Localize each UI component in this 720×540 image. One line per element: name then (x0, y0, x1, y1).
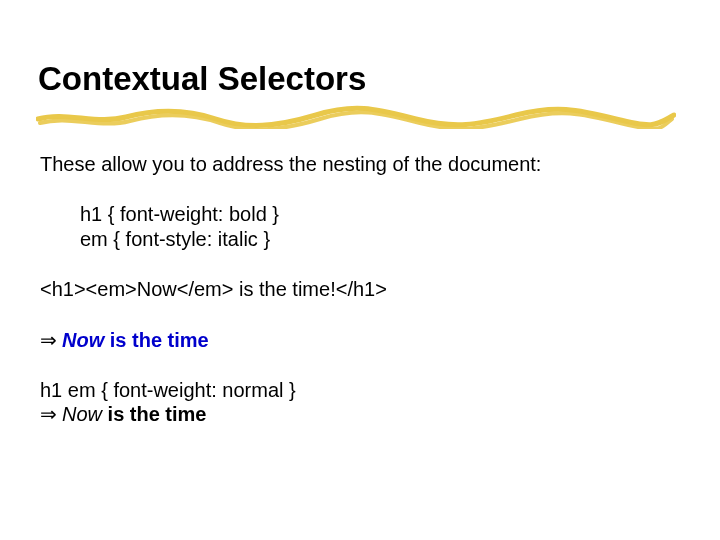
spacer (40, 176, 680, 202)
title-underline (36, 105, 676, 129)
arrow-right-icon: ⇒ (40, 328, 62, 352)
spacer (40, 302, 680, 328)
rendered-result-1: ⇒Now is the time (40, 328, 680, 352)
contextual-css-rule: h1 em { font-weight: normal } (40, 378, 680, 402)
spacer (40, 251, 680, 277)
html-markup-example: <h1><em>Now</em> is the time!</h1> (40, 277, 680, 301)
result2-now: Now (62, 403, 102, 425)
result2-rest: is the time (102, 403, 206, 425)
slide-title: Contextual Selectors (38, 60, 366, 98)
underline-scribble-icon (36, 105, 676, 129)
css-rule-h1: h1 { font-weight: bold } (80, 202, 680, 226)
css-rule-em: em { font-style: italic } (80, 227, 680, 251)
rendered-result-2: ⇒Now is the time (40, 402, 680, 426)
slide-body: These allow you to address the nesting o… (40, 152, 680, 427)
spacer (40, 352, 680, 378)
result1-now: Now (62, 329, 104, 351)
slide: Contextual Selectors These allow you to … (0, 0, 720, 540)
css-rules-block: h1 { font-weight: bold } em { font-style… (80, 202, 680, 251)
arrow-right-icon: ⇒ (40, 402, 62, 426)
result1-rest: is the time (104, 329, 208, 351)
intro-text: These allow you to address the nesting o… (40, 152, 680, 176)
